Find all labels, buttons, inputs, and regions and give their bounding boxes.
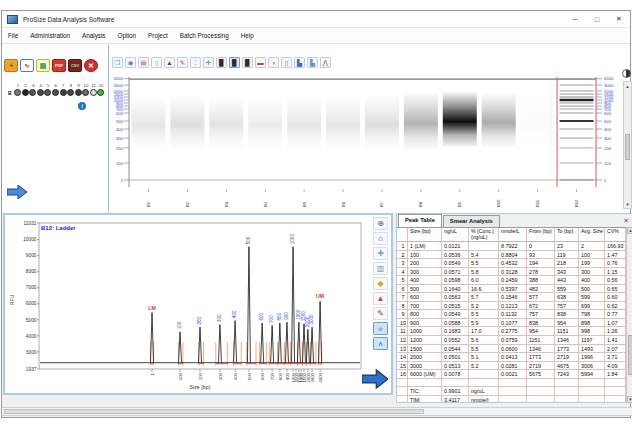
table-row[interactable]: 21000.05365.40.8804931191001.47	[397, 251, 626, 260]
table-row[interactable]: 11 (LM)0.01218.79220232166.93	[397, 242, 626, 251]
table-row[interactable]: 43000.05715.80.31282783433001.15	[397, 268, 626, 277]
copy-page-icon[interactable]: ❐	[112, 57, 123, 68]
calibration-curve-icon[interactable]: ∿	[20, 59, 34, 72]
table-row[interactable]: 109000.05885.90.10778389548981.07	[397, 319, 626, 328]
menu-item-administration[interactable]: Administration	[24, 32, 76, 39]
gel-thumbnail-1-icon[interactable]: ▉	[216, 57, 227, 68]
minimize-button[interactable]: ─	[564, 12, 586, 27]
zoom-icon[interactable]: ⊕	[373, 217, 388, 230]
menu-item-project[interactable]: Project	[142, 32, 174, 39]
tag-label-icon[interactable]: ◆	[373, 277, 388, 290]
well-B9[interactable]	[75, 89, 82, 96]
gel-thumbnail-2-icon[interactable]: ▉	[229, 57, 240, 68]
gel-lane-B5[interactable]: B5	[287, 96, 321, 207]
scrollbar-thumb[interactable]	[4, 409, 424, 414]
contrast-wheel-icon[interactable]: ◑	[268, 57, 279, 68]
gel-lane-B4[interactable]: B4	[248, 97, 282, 207]
peak-trace-icon[interactable]: ⋀	[320, 57, 331, 68]
table-row[interactable]: 65000.164016.60.53974825595000.65	[397, 285, 626, 294]
well-B6[interactable]	[52, 89, 59, 96]
scrollbar-thumb[interactable]	[628, 335, 632, 375]
pan-crosshair-icon[interactable]: ✛	[373, 247, 388, 260]
svg-text:600: 600	[260, 372, 265, 380]
table-row[interactable]: TIM:3.4117nmole/l	[397, 396, 626, 403]
blank-page-icon[interactable]: ▯	[151, 57, 162, 68]
well-B2[interactable]	[22, 89, 29, 96]
close-button[interactable]: ✕	[608, 12, 630, 27]
well-B8[interactable]	[67, 89, 74, 96]
gel-thumbnail-3-icon[interactable]: ▉	[242, 57, 253, 68]
table-scrollbar[interactable]: ▲ ▼	[626, 227, 632, 403]
menu-item-file[interactable]: File	[2, 32, 24, 39]
gel-lane-B9[interactable]: B9	[443, 91, 477, 207]
well-B4[interactable]	[37, 89, 44, 96]
move-crosshair-icon[interactable]: ✛	[203, 57, 214, 68]
tab-peak-table[interactable]: Peak Table	[398, 214, 442, 227]
pdf-export-icon[interactable]: PDF	[52, 59, 66, 72]
table-row[interactable]: 166000 (UM)0.00780.00215675724359941.84	[397, 370, 626, 379]
table-row[interactable]: 1315000.05445.50.06001346177314932.07	[397, 345, 626, 354]
open-folder-icon[interactable]: +	[4, 59, 18, 72]
table-row[interactable]: 1110000.168317.00.277595411519981.26	[397, 327, 626, 336]
gel-lane-B8[interactable]: B8	[404, 91, 438, 207]
gel-lane-B12[interactable]: B12	[557, 77, 596, 207]
single-peak-icon[interactable]: ʌ	[373, 337, 388, 350]
scroll-down-icon[interactable]: ▼	[627, 396, 632, 403]
marker-dots-icon[interactable]: ⁚	[190, 57, 201, 68]
menu-item-batch-processing[interactable]: Batch Processing	[174, 32, 235, 39]
table-row[interactable]: 1420000.05015.10.04131773271919963.71	[397, 353, 626, 362]
gel-scrollbar[interactable]: ▲ ▼	[623, 81, 632, 209]
gel-lane-B7[interactable]: B7	[365, 95, 399, 207]
color-range-icon[interactable]: ▬	[255, 57, 266, 68]
scroll-down-icon[interactable]: ▼	[624, 200, 631, 208]
gel-compare-icon[interactable]: ▥	[373, 262, 388, 275]
next-sample-arrow[interactable]	[362, 369, 388, 389]
well-B11[interactable]	[90, 89, 97, 96]
menu-item-option[interactable]: Option	[112, 32, 143, 39]
gel-lane-B1[interactable]: B1	[131, 96, 165, 207]
gel-lane-B10[interactable]: B10	[482, 92, 516, 207]
maximize-button[interactable]: □	[586, 12, 608, 27]
flask-icon[interactable]: ▲	[164, 57, 175, 68]
gel-lane-B2[interactable]: B2	[170, 95, 204, 207]
sample-info-icon[interactable]: ▯	[281, 57, 292, 68]
edit-marker-icon[interactable]: ✎	[373, 307, 388, 320]
gel-lane-B11[interactable]: B11	[521, 99, 555, 207]
well-B7[interactable]	[60, 89, 67, 96]
histogram-2-icon[interactable]: ▙	[307, 57, 318, 68]
info-icon[interactable]: i	[78, 102, 86, 110]
electropherogram-plot[interactable]: 1103110000900080007000600050004000300019…	[5, 215, 369, 393]
table-row[interactable]: TIC:0.9901ng/uL	[397, 387, 626, 396]
exit-icon[interactable]: ✕	[84, 59, 98, 72]
contrast-icon[interactable]	[622, 69, 631, 78]
table-row[interactable]: 32000.05495.50.45321942181990.76	[397, 259, 626, 268]
menu-item-help[interactable]: Help	[235, 32, 260, 39]
scroll-up-icon[interactable]: ▲	[624, 82, 631, 90]
table-row[interactable]	[397, 379, 626, 388]
scroll-up-icon[interactable]: ▲	[627, 227, 632, 234]
table-tools-icon[interactable]: ✕	[623, 217, 629, 225]
table-row[interactable]: 1530000.05135.20.02812719467530064.09	[397, 362, 626, 371]
edit-pen-icon[interactable]: ✎	[177, 57, 188, 68]
histogram-1-icon[interactable]: ▙	[294, 57, 305, 68]
table-row[interactable]: 1212000.05525.60.07591151134611971.41	[397, 336, 626, 345]
zoom-region-icon[interactable]: ◉	[125, 57, 136, 68]
home-icon[interactable]: ⌂	[373, 232, 388, 245]
prev-view-arrow[interactable]	[7, 185, 27, 203]
horizontal-scrollbar[interactable]	[2, 407, 632, 416]
menu-item-analysis[interactable]: Analysis	[76, 32, 111, 39]
table-row[interactable]: 98000.05495.50.11327578387980.77	[397, 310, 626, 319]
gel-bands-icon[interactable]: ▤	[138, 57, 149, 68]
all-peaks-icon[interactable]: ılı	[373, 322, 388, 335]
overlay-chart-icon[interactable]: ▲	[373, 292, 388, 305]
table-cell: 12	[397, 336, 408, 345]
tab-smear-analysis[interactable]: Smear Analysis	[443, 215, 500, 227]
gel-lane-B3[interactable]: B3	[209, 96, 243, 207]
table-row[interactable]: 87000.05155.20.12136727576990.62	[397, 302, 626, 311]
gel-image-icon[interactable]: ▤	[36, 59, 50, 72]
scrollbar-thumb[interactable]	[625, 134, 630, 160]
table-row[interactable]: 54000.05986.00.24593884434000.56	[397, 276, 626, 285]
gel-lane-B6[interactable]: B6	[326, 96, 360, 207]
csv-export-icon[interactable]: CSV	[68, 59, 82, 72]
table-row[interactable]: 76000.05635.70.15465776385990.60	[397, 293, 626, 302]
